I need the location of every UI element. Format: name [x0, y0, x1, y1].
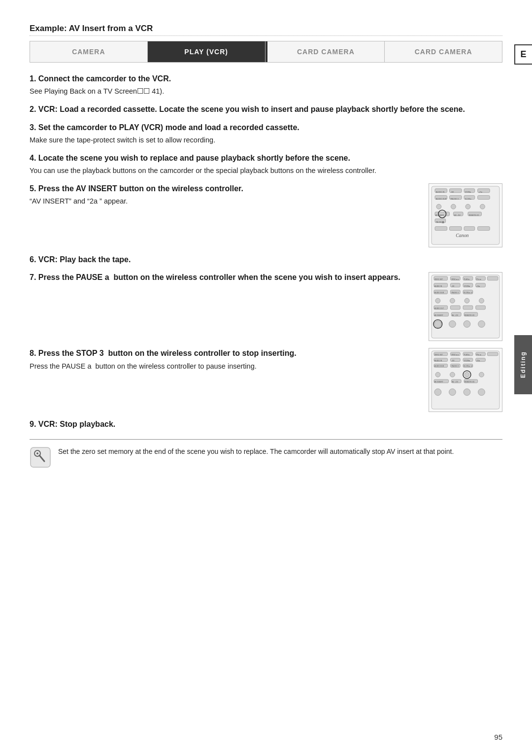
step-3-heading: 3. Set the camcorder to PLAY (VCR) mode …: [30, 122, 502, 133]
mode-card-camera-2: CARD CAMERA: [385, 41, 502, 62]
svg-text:+/II►: +/II►: [476, 285, 480, 287]
svg-text:-/4II: -/4II: [451, 285, 454, 287]
step-5-image: AUDIO IN -/4II STOP■ +/II► AUDIO DUB PAU…: [429, 183, 502, 247]
svg-text:STOP■: STOP■: [464, 360, 469, 362]
svg-text:PAUSE II: PAUSE II: [451, 292, 458, 294]
step-8-text: 8. Press the STOP 3 button on the wirele…: [30, 348, 420, 374]
svg-text:ZERO SET: ZERO SET: [434, 278, 443, 280]
svg-point-115: [478, 389, 485, 396]
step-4: 4. Locate the scene you wish to replace …: [30, 153, 502, 176]
mode-card-camera-1: CARD CAMERA: [267, 41, 385, 62]
svg-rect-29: [435, 226, 447, 230]
step-3-body: Make sure the tape-protect switch is set…: [30, 135, 502, 146]
step-4-heading: 4. Locate the scene you wish to replace …: [30, 153, 502, 164]
svg-text:PAUSE II: PAUSE II: [451, 366, 458, 368]
note-icon: [30, 447, 51, 468]
step-6: 6. VCR: Play back the tape.: [30, 254, 502, 265]
svg-rect-30: [450, 226, 462, 230]
step-7-with-image: 7. Press the PAUSE a button on the wirel…: [30, 272, 502, 341]
svg-rect-31: [464, 226, 475, 230]
svg-text:FF►►: FF►►: [476, 354, 482, 356]
step-5-with-image: 5. Press the AV INSERT button on the wir…: [30, 183, 502, 247]
page-container: E Editing Example: AV Insert from a VCR …: [0, 0, 532, 756]
svg-point-114: [464, 389, 470, 396]
svg-point-60: [465, 298, 469, 303]
svg-rect-65: [463, 306, 473, 309]
svg-point-103: [450, 372, 455, 377]
svg-point-61: [479, 298, 484, 303]
svg-text:AV INSERT: AV INSERT: [434, 381, 444, 383]
step-7-text: 7. Press the PAUSE a button on the wirel…: [30, 272, 420, 285]
title-divider: [30, 35, 502, 36]
svg-text:-/4II: -/4II: [450, 191, 454, 193]
svg-text:-/4II: -/4II: [451, 360, 454, 362]
note-box: Set the zero set memory at the end of th…: [30, 439, 502, 468]
svg-text:Canon: Canon: [456, 233, 468, 238]
svg-text:AUDIO OUT: AUDIO OUT: [434, 308, 444, 309]
svg-text:REW◄◄: REW◄◄: [451, 354, 459, 356]
step-4-body: You can use the playback buttons on the …: [30, 166, 502, 176]
step-1: 1. Connect the camcorder to the VCR. See…: [30, 73, 502, 97]
svg-point-58: [435, 298, 440, 303]
svg-point-16: [436, 204, 441, 209]
mode-camera: CAMERA: [30, 41, 148, 62]
svg-text:STOP■: STOP■: [464, 285, 469, 287]
note-text: Set the zero set memory at the end of th…: [58, 447, 454, 457]
svg-point-59: [450, 298, 455, 303]
svg-text:AUDIO IN: AUDIO IN: [434, 360, 442, 362]
step-1-heading: 1. Connect the camcorder to the VCR.: [30, 73, 502, 84]
svg-text:AUDIO DUB: AUDIO DUB: [434, 366, 444, 368]
step-9-heading: 9. VCR: Stop playback.: [30, 419, 502, 430]
svg-point-19: [480, 204, 485, 209]
svg-text:AUDIO DUB: AUDIO DUB: [434, 292, 444, 294]
svg-point-18: [466, 204, 470, 209]
svg-text:AUDIO DUB: AUDIO DUB: [436, 197, 447, 200]
svg-text:ZERO SET: ZERO SET: [434, 354, 443, 356]
svg-text:+/II►: +/II►: [476, 360, 480, 362]
svg-text:AV→DV: AV→DV: [452, 314, 458, 316]
svg-text:AV INSERT: AV INSERT: [435, 214, 445, 216]
svg-text:PLAY►: PLAY►: [464, 354, 470, 356]
step-8-heading: 8. Press the STOP 3 button on the wirele…: [30, 348, 420, 359]
step-3: 3. Set the camcorder to PLAY (VCR) mode …: [30, 122, 502, 146]
svg-point-17: [451, 204, 456, 209]
svg-point-120: [36, 452, 38, 454]
step-2-heading: 2. VCR: Load a recorded cassette. Locate…: [30, 104, 502, 115]
step-2: 2. VCR: Load a recorded cassette. Locate…: [30, 104, 502, 115]
page-number: 95: [494, 733, 502, 741]
svg-point-73: [434, 321, 441, 328]
svg-text:REW◄◄: REW◄◄: [451, 278, 459, 280]
step-1-body: See Playing Back on a TV Screen☐☐ 41).: [30, 86, 502, 97]
svg-text:FF►►: FF►►: [476, 278, 482, 280]
svg-text:AV→DV: AV→DV: [452, 381, 458, 383]
svg-text:AUDIO IN: AUDIO IN: [436, 191, 445, 193]
step-8-body: Press the PAUSE a button on the wireless…: [30, 361, 420, 372]
svg-text:REMOTE I/O: REMOTE I/O: [465, 314, 475, 316]
section-title: Example: AV Insert from a VCR: [30, 24, 502, 34]
mode-play-vcr: PLAY (VCR): [148, 41, 266, 62]
svg-point-74: [449, 321, 456, 328]
svg-text:+/II►: +/II►: [479, 191, 483, 193]
svg-text:STOP■: STOP■: [465, 191, 470, 193]
step-7-image: ZERO SET REW◄◄ PLAY► FF►► AUDIO IN -/4II…: [429, 272, 502, 341]
content: 1. Connect the camcorder to the VCR. See…: [30, 73, 502, 468]
svg-rect-66: [476, 306, 486, 309]
svg-rect-15: [478, 195, 490, 199]
mode-bar: CAMERA PLAY (VCR) CARD CAMERA CARD CAMER…: [30, 41, 502, 63]
svg-text:SLOW► x2: SLOW► x2: [464, 292, 472, 294]
step-8-image: ZERO SET REW◄◄ PLAY► FF►► AUDIO IN -/4II…: [429, 348, 502, 412]
svg-text:REMOTE I/O: REMOTE I/O: [465, 381, 475, 383]
step-7-heading: 7. Press the PAUSE a button on the wirel…: [30, 272, 420, 283]
step-5-heading: 5. Press the AV INSERT button on the wir…: [30, 183, 420, 194]
svg-point-112: [434, 389, 441, 396]
svg-rect-64: [450, 306, 460, 309]
step-8-with-image: 8. Press the STOP 3 button on the wirele…: [30, 348, 502, 412]
svg-point-113: [449, 389, 456, 396]
svg-point-102: [435, 372, 440, 377]
step-6-heading: 6. VCR: Play back the tape.: [30, 254, 502, 265]
svg-point-105: [479, 372, 484, 377]
svg-rect-87: [487, 352, 498, 356]
svg-rect-43: [487, 276, 498, 280]
step-9: 9. VCR: Stop playback.: [30, 419, 502, 430]
side-tab-e: E: [514, 44, 532, 65]
